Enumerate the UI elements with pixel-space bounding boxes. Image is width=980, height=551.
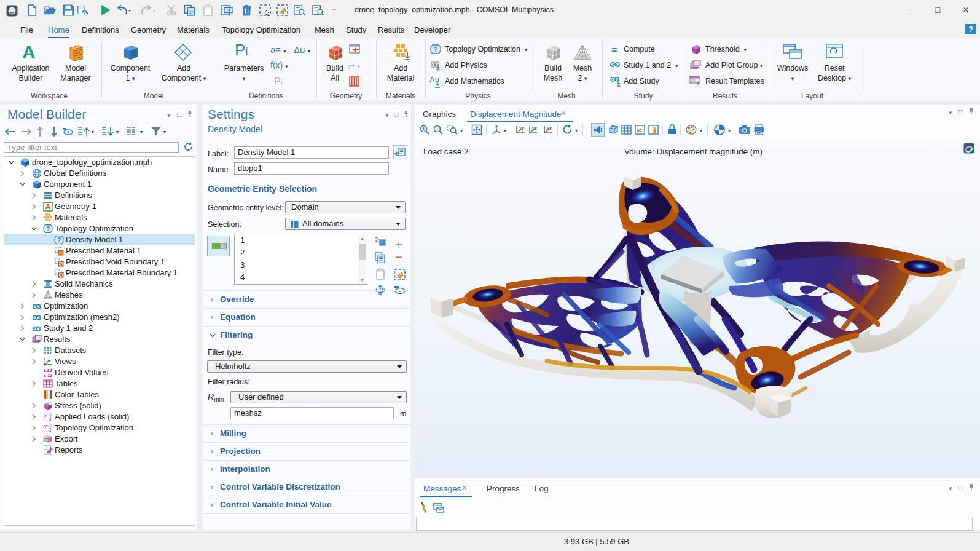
svg-text:A: A [45, 202, 51, 210]
svg-text:?: ? [57, 237, 61, 244]
svg-text:8.85: 8.85 [44, 368, 52, 373]
svg-text:xz: xz [547, 125, 552, 131]
svg-text:e-12: e-12 [44, 373, 52, 378]
svg-text:?: ? [46, 226, 50, 232]
svg-text:yz: yz [532, 125, 537, 131]
svg-text:xy: xy [519, 125, 524, 131]
svg-text:?: ? [434, 46, 438, 53]
